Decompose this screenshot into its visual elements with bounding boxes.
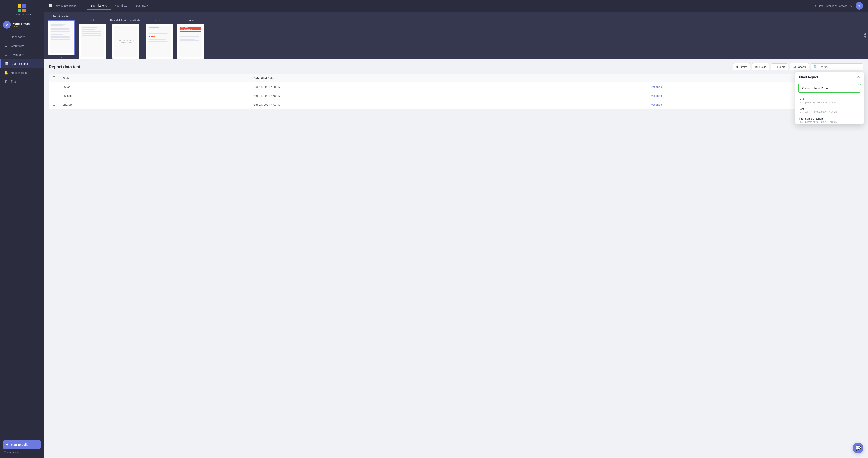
info-icon: ⓘ [4, 451, 6, 454]
tab-workflow[interactable]: Workflow [112, 2, 131, 9]
row-checkbox-1 [49, 82, 59, 91]
svg-rect-0 [18, 4, 22, 8]
dropdown-icon: ▾ [661, 85, 662, 88]
col-code: Code [59, 74, 250, 82]
sidebar-item-invitations[interactable]: ✉ Invitations [0, 50, 44, 59]
report-updated-test: Last updated at 2024-09-29 16:48:44 [799, 101, 860, 103]
row-3-date: Sep 14, 2024 7:41 PM [250, 100, 647, 109]
chat-icon: 💬 [855, 445, 861, 451]
nav-tabs: Submissions Workflow Summary [87, 2, 152, 9]
strip-nav-right: ▲ ▼ [862, 12, 868, 59]
tab-summary[interactable]: Summary [132, 2, 152, 9]
get-started-link[interactable]: ⓘ Get Started [3, 449, 41, 454]
forms-strip: Report data test ▲ table [44, 12, 868, 59]
export-button[interactable]: ↑ Export [771, 63, 788, 70]
avatar: V [3, 21, 11, 29]
create-new-report-button[interactable]: Create a New Report [798, 84, 861, 93]
trash-label: Trash [11, 80, 18, 83]
row-1-date: Sep 14, 2024 7:58 PM [250, 82, 647, 91]
row-checkbox-3 [49, 100, 59, 109]
strip-nav-up[interactable]: ▲ [863, 32, 867, 35]
chat-bubble[interactable]: 💬 [852, 442, 863, 453]
charts-button[interactable]: 📊 Charts [789, 63, 809, 70]
filter-button[interactable]: ▽ [850, 3, 852, 8]
col-submitted-date: Submitted Date [250, 74, 647, 82]
submissions-table: Code Submitted Date 865ad1 Sep 14, 2024 … [49, 73, 863, 109]
chart-icon: 📊 [793, 65, 797, 69]
plus-icon: + [6, 442, 8, 447]
sidebar-item-trash[interactable]: 🗑 Trash [0, 77, 44, 86]
sidebar-item-notifications[interactable]: 🔔 Notifications [0, 68, 44, 77]
report-updated-test2: Last updated at 2024-09-29 11:23:43 [799, 111, 860, 113]
fields-label: Fields [759, 65, 766, 68]
sidebar: PLATOFORMS V Verriy's team Gold › ⊞ Dash… [0, 0, 44, 458]
tab-submissions[interactable]: Submissions [87, 2, 111, 9]
main-content: ⬜ Form Submissions Submissions Workflow … [44, 0, 868, 458]
start-btn-label: Start to build [10, 443, 29, 446]
row-2-code: c50acb [59, 91, 250, 100]
chart-report-popup: Chart Report ✕ Create a New Report Test … [795, 71, 864, 124]
logo-area: PLATOFORMS [0, 0, 44, 19]
sidebar-item-workflows[interactable]: ↻ Workflows [0, 41, 44, 50]
form-thumb-4 [146, 24, 173, 59]
search-icon: 🔍 [813, 65, 817, 69]
toolbar: ◉ Drafts ⊞ Fields ↑ Export 📊 Charts 🔍 [733, 63, 863, 70]
top-nav-right: 🖥 Data Retention: Forever ▽ V [814, 2, 863, 9]
form-thumb-1 [48, 20, 75, 55]
report-name-test2: Test 2 [799, 107, 860, 111]
table-row: 865ad1 Sep 14, 2024 7:58 PM Actions ▾ [49, 82, 863, 91]
notifications-label: Notifications [11, 71, 27, 74]
report-item-first-sample[interactable]: First Sample Report Last updated at 2024… [795, 115, 864, 124]
invitations-icon: ✉ [4, 53, 8, 57]
content-area: Report data test ◉ Drafts ⊞ Fields ↑ Exp… [44, 59, 868, 458]
export-label: Export [777, 65, 785, 68]
close-icon[interactable]: ✕ [857, 75, 860, 79]
start-to-build-button[interactable]: + Start to build [3, 440, 41, 449]
popup-header: Chart Report ✕ [795, 71, 864, 81]
table-row: c50acb Sep 14, 2024 7:58 PM Actions ▾ [49, 91, 863, 100]
report-item-test[interactable]: Test Last updated at 2024-09-29 16:48:44 [795, 95, 864, 105]
svg-rect-3 [22, 9, 26, 12]
sidebar-navigation: ⊞ Dashboard ↻ Workflows ✉ Invitations ☰ … [0, 31, 44, 438]
form-card-report-data-test[interactable]: Report data test ▲ [48, 15, 75, 59]
row-2-checkbox[interactable] [53, 94, 55, 97]
user-info: Verriy's team Gold [13, 22, 38, 28]
report-item-test2[interactable]: Test 2 Last updated at 2024-09-29 11:23:… [795, 105, 864, 115]
row-2-date: Sep 14, 2024 7:58 PM [250, 91, 647, 100]
chevron-right-icon: › [40, 23, 41, 26]
charts-label: Charts [798, 65, 806, 68]
workflows-label: Workflows [11, 44, 24, 48]
submissions-icon: ☰ [4, 62, 9, 66]
user-profile[interactable]: V Verriy's team Gold › [0, 19, 44, 31]
row-3-code: 0bc3bb [59, 100, 250, 109]
form-card-table[interactable]: table [79, 19, 106, 59]
report-name-test: Test [799, 97, 860, 101]
breadcrumb: ⬜ Form Submissions [49, 4, 76, 8]
row-3-checkbox[interactable] [53, 103, 55, 106]
form-card-demo3[interactable]: demo 3 [146, 19, 173, 59]
table-row: 0bc3bb Sep 14, 2024 7:41 PM Actions ▾ [49, 100, 863, 109]
user-name: Verriy's team [13, 22, 38, 25]
sidebar-item-dashboard[interactable]: ⊞ Dashboard [0, 32, 44, 41]
popup-container: Chart Report ✕ Create a New Report Test … [795, 71, 864, 124]
fields-icon: ⊞ [755, 65, 758, 69]
database-icon: 🖥 [814, 4, 817, 7]
user-avatar-top[interactable]: V [856, 2, 863, 9]
form-thumb-2 [79, 24, 106, 59]
drafts-button[interactable]: ◉ Drafts [733, 63, 750, 70]
sidebar-item-submissions[interactable]: ☰ Submissions [0, 59, 44, 68]
svg-rect-2 [18, 9, 22, 12]
select-all-checkbox[interactable] [53, 76, 55, 79]
form-card-demo2[interactable]: demo2 COMPANY QUESTIONNAIRE [177, 19, 204, 59]
strip-nav-down[interactable]: ▼ [863, 35, 867, 39]
notifications-icon: 🔔 [4, 70, 8, 75]
form-card-report-via[interactable]: Report data via PlatoWorker The check PD… [110, 19, 142, 59]
row-1-checkbox[interactable] [53, 85, 55, 88]
form-card-label-1: Report data test [53, 15, 70, 18]
fields-button[interactable]: ⊞ Fields [752, 63, 769, 70]
form-card-label-5: demo2 [187, 19, 194, 22]
logo-text: PLATOFORMS [12, 13, 32, 16]
search-input[interactable] [819, 65, 860, 68]
toggle-icon: ◉ [736, 65, 739, 69]
table-checkbox-header [49, 74, 59, 82]
